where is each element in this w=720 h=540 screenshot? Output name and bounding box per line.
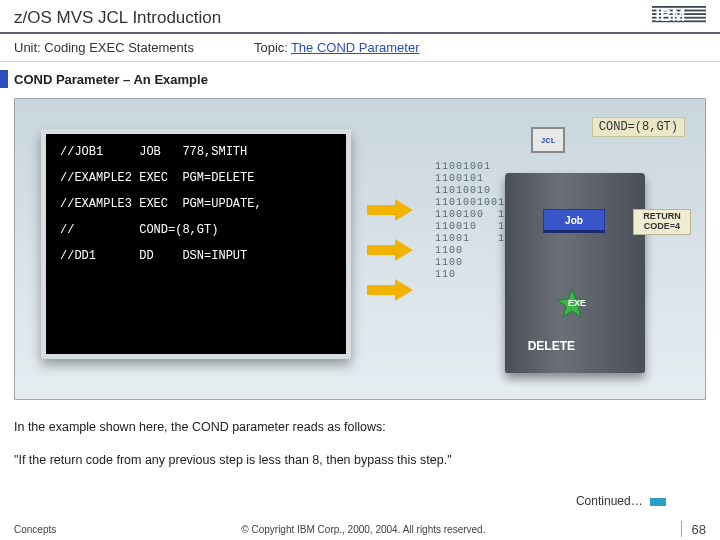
- svg-marker-6: [367, 199, 413, 221]
- server-tower-graphic: [505, 173, 645, 373]
- arrow-icon: [367, 279, 413, 301]
- code-terminal: //JOB1 JOB 778,SMITH //EXAMPLE2 EXEC PGM…: [41, 129, 351, 359]
- section-heading: COND Parameter – An Example: [0, 70, 720, 88]
- code-line: // COND=(8,GT): [60, 224, 336, 236]
- topic-value: The COND Parameter: [291, 40, 420, 55]
- explanation-line: In the example shown here, the COND para…: [14, 418, 706, 437]
- section-title: COND Parameter – An Example: [14, 72, 208, 87]
- unit-label: Unit: Coding EXEC Statements: [14, 40, 194, 55]
- cond-badge: COND=(8,GT): [592, 117, 685, 137]
- code-line: //DD1 DD DSN=INPUT: [60, 250, 336, 262]
- illustration-panel: COND=(8,GT) 11001001 1100101 11010010 11…: [14, 98, 706, 400]
- page-number: 68: [692, 522, 706, 537]
- footer-left: Concepts: [14, 524, 56, 535]
- exe-label: EXE: [568, 298, 586, 308]
- footer-separator: [681, 521, 682, 537]
- svg-marker-8: [367, 279, 413, 301]
- code-line: //EXAMPLE2 EXEC PGM=DELETE: [60, 172, 336, 184]
- topic-label: Topic:: [254, 40, 288, 55]
- divider: [0, 61, 720, 62]
- page-title: z/OS MVS JCL Introduction: [0, 0, 720, 32]
- explanation-block: In the example shown here, the COND para…: [14, 418, 706, 470]
- jcl-screen-graphic: JCL: [531, 127, 565, 153]
- code-line: //EXAMPLE3 EXEC PGM=UPDATE,: [60, 198, 336, 210]
- footer-copyright: © Copyright IBM Corp., 2000, 2004. All r…: [56, 524, 670, 535]
- arrow-icon: [367, 199, 413, 221]
- code-line: //JOB1 JOB 778,SMITH: [60, 146, 336, 158]
- explanation-line: "If the return code from any previous st…: [14, 451, 706, 470]
- delete-label: DELETE: [528, 339, 575, 353]
- svg-marker-7: [367, 239, 413, 261]
- continued-chip-icon: [650, 498, 666, 506]
- ibm-logo: IBM: [652, 4, 706, 26]
- job-box: Job: [543, 209, 605, 233]
- arrow-icon: [367, 239, 413, 261]
- slide: z/OS MVS JCL Introduction IBM Unit: Codi…: [0, 0, 720, 540]
- divider: [0, 32, 720, 34]
- footer: Concepts © Copyright IBM Corp., 2000, 20…: [0, 518, 720, 540]
- heading-marker: [0, 70, 8, 88]
- ibm-text: IBM: [656, 6, 686, 24]
- sub-header: Unit: Coding EXEC Statements Topic: The …: [0, 36, 720, 61]
- return-code-tag: RETURN CODE=4: [633, 209, 691, 235]
- continued-label: Continued…: [576, 494, 666, 508]
